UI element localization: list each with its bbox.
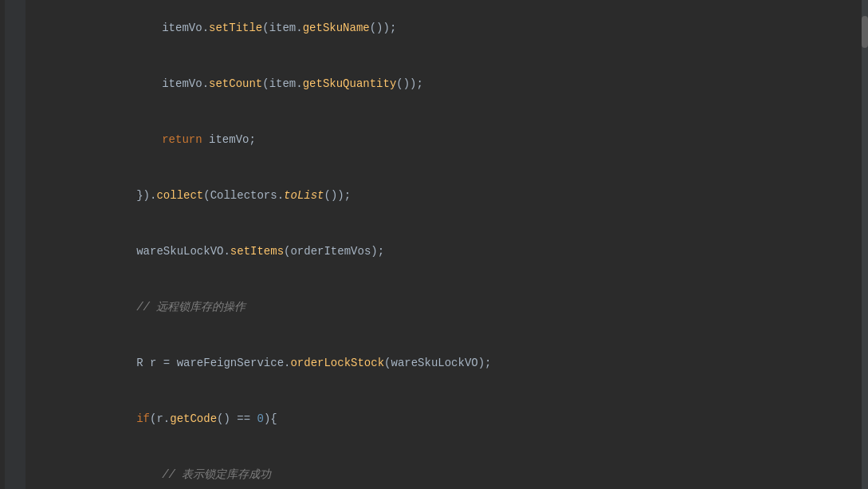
scrollbar[interactable] (862, 0, 868, 489)
line-text: // 表示锁定库存成功 (26, 447, 868, 489)
line-text: wareSkuLockVO.setItems(orderItemVos); (26, 223, 868, 279)
line-text: R r = wareFeignService.orderLockStock(wa… (26, 335, 868, 391)
line-text: // 远程锁库存的操作 (26, 279, 868, 335)
line-text: }).collect(Collectors.toList()); (26, 168, 868, 223)
code-lines: itemVo.setTitle(item.getSkuName()); item… (0, 0, 868, 489)
line-text: return itemVo; (26, 112, 868, 168)
scroll-thumb[interactable] (862, 16, 868, 48)
left-gutter-indicator (0, 0, 5, 489)
code-line: R r = wareFeignService.orderLockStock(wa… (0, 335, 868, 391)
line-text: itemVo.setTitle(item.getSkuName()); (26, 0, 868, 56)
code-line: itemVo.setCount(item.getSkuQuantity()); (0, 56, 868, 112)
code-line: itemVo.setTitle(item.getSkuName()); (0, 0, 868, 56)
line-text: itemVo.setCount(item.getSkuQuantity()); (26, 56, 868, 112)
line-text: if(r.getCode() == 0){ (26, 391, 868, 447)
code-line: wareSkuLockVO.setItems(orderItemVos); (0, 223, 868, 279)
code-line: }).collect(Collectors.toList()); (0, 168, 868, 223)
code-line: return itemVo; (0, 112, 868, 168)
code-line: // 表示锁定库存成功 (0, 447, 868, 489)
code-editor: itemVo.setTitle(item.getSkuName()); item… (0, 0, 868, 489)
code-line: // 远程锁库存的操作 (0, 279, 868, 335)
code-line: if(r.getCode() == 0){ (0, 391, 868, 447)
